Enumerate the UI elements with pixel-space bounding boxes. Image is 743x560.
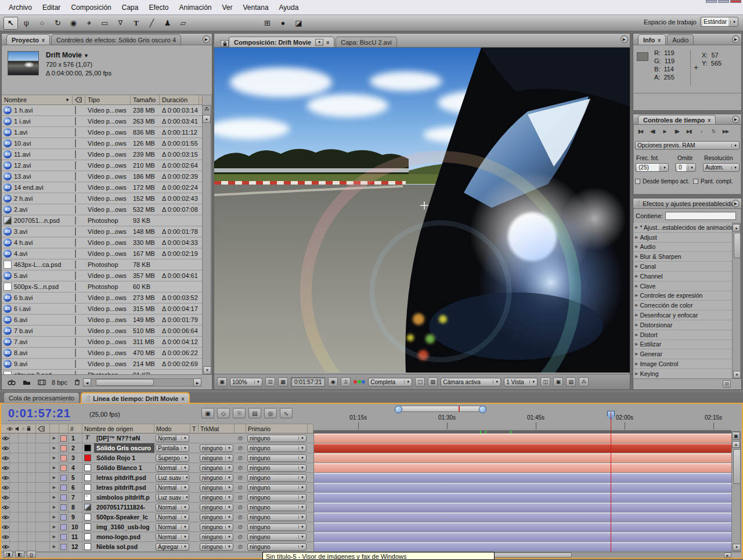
layer-name[interactable]: letras pitdrift.psd [94,473,154,482]
preview-options-select[interactable]: Opciones previs. RAM▼ [635,141,740,150]
tool-button[interactable] [35,17,49,30]
expander-icon[interactable]: ▶ [635,274,638,279]
label-swatch[interactable] [75,205,76,214]
preview-resolution-select[interactable]: Autom.▼ [703,163,740,172]
project-item-row[interactable]: 6.avi Vídeo p...ows 149 MB Δ 0:00:01:79 [2,315,203,326]
expander-icon[interactable]: ▶ [635,342,638,346]
project-item-row[interactable]: 10.avi Vídeo p...ows 126 MB Δ 0:00:01:55 [2,138,203,149]
flowchart-icon[interactable]: ⁂ [579,377,589,386]
parent-select[interactable]: ninguno▼ [247,514,306,521]
layer-visibility-toggle[interactable] [1,542,10,551]
parent-select[interactable]: ninguno▼ [247,445,306,452]
layer-visibility-toggle[interactable] [1,473,10,482]
magnification-select[interactable]: 100%▼ [230,378,262,386]
scroll-down-button[interactable]: ▼ [733,544,741,551]
footage-name[interactable]: 4 h.avi [14,239,33,246]
search-icon[interactable] [6,378,17,386]
panel-menu-button[interactable]: ▶ [732,200,740,207]
tab-cola-de-procesamiento[interactable]: Cola de procesamiento [3,392,80,403]
blend-mode-select[interactable]: Normal▼ [156,523,189,531]
project-item-row[interactable]: 11.avi Vídeo p...ows 239 MB Δ 0:00:03:15 [2,149,203,160]
column-source-name[interactable]: Nombre de origen [82,424,154,433]
scroll-down-button[interactable]: ▼ [733,371,741,378]
footage-name[interactable]: 14 end.avi [14,184,44,191]
label-swatch[interactable] [75,272,76,280]
trkmat-select[interactable]: ninguno▼ [200,523,233,531]
bit-depth-button[interactable]: 8 bpc [52,379,67,386]
panel-grip[interactable] [86,396,90,402]
blend-mode-select[interactable]: Normal▼ [156,514,189,521]
footage-name[interactable]: 7 b.avi [14,327,33,334]
footage-name[interactable]: 3.avi [14,228,27,235]
trash-icon[interactable] [72,378,82,386]
timeline-pane-toggle[interactable]: ◨ [3,551,13,558]
expander-icon[interactable]: ▶ [635,235,638,240]
layer-solo-toggle[interactable] [19,522,27,532]
layer-label-swatch[interactable] [60,485,67,491]
layer-name[interactable]: Sólido Gris oscuro [94,443,154,453]
footage-name[interactable]: 10.avi [14,140,31,147]
axis-mode-button[interactable] [291,17,306,30]
layer-duration-bar[interactable] [313,493,731,502]
column-trkmat[interactable]: TrkMat [199,424,235,433]
layer-duration-bar[interactable] [313,522,731,532]
parent-pickwhip-icon[interactable]: @ [235,542,246,551]
column-duracion[interactable]: Duración [160,95,199,104]
parent-pickwhip-icon[interactable]: @ [235,522,246,532]
timeline-layer-row[interactable]: ▶ 12 Niebla sol.psd Agregar▼ ninguno▼ @ … [1,542,731,552]
layer-duration-bar[interactable] [313,503,731,512]
footage-name[interactable]: 1.avi [14,129,27,136]
layer-name[interactable]: simbolos pitdrift.p [94,493,154,502]
scrollbar-thumb[interactable] [734,233,741,258]
expander-icon[interactable]: ▶ [635,303,638,308]
layer-visibility-toggle[interactable] [1,493,10,502]
tool-button[interactable] [98,17,112,30]
layer-expander-icon[interactable]: ▶ [50,493,59,502]
parent-pickwhip-icon[interactable]: @ [235,433,246,443]
parent-pickwhip-icon[interactable]: @ [235,453,246,463]
always-preview-icon[interactable]: ▣ [217,377,227,386]
timeline-layer-row[interactable]: ▶ 5 letras pitdrift.psd Luz suav▼ ningun… [1,473,731,483]
layer-name[interactable]: Sólido Rojo 1 [94,453,154,463]
effects-category-row[interactable]: ▶Generar [633,349,733,359]
project-item-row[interactable]: 2007051...n.psd Photoshop 93 KB [2,215,203,226]
axis-mode-button[interactable] [260,17,275,30]
menu-item[interactable]: Editar [37,1,66,15]
blend-mode-select[interactable]: Normal▼ [156,504,189,511]
expander-icon[interactable]: ▶ [635,313,638,317]
layer-name[interactable]: Sólido Blanco 1 [94,463,154,472]
parent-select[interactable]: ninguno▼ [247,454,306,462]
trkmat-select[interactable]: ninguno▼ [200,533,233,541]
transport-button[interactable]: ▶ [659,127,670,136]
column-parent[interactable]: Primario [246,424,308,433]
maximize-button[interactable] [718,0,729,3]
blend-mode-select[interactable]: Normal▼ [156,435,189,442]
layer-name[interactable]: [DP]™ N??†øN [94,433,154,443]
viewer-menu-icon[interactable]: ▼ [315,39,323,46]
blend-mode-select[interactable]: Normal▼ [156,484,189,492]
expander-icon[interactable]: ▶ [635,254,638,259]
full-screen-checkbox[interactable]: Pant. compl. [693,178,733,185]
footage-name[interactable]: 6.avi [14,316,27,323]
tab-capa[interactable]: Capa: BiscU 2.avi [336,37,396,47]
layer-expander-icon[interactable]: ▶ [50,433,59,443]
effects-category-row[interactable]: ▶Distorsionar [633,320,733,330]
new-folder-icon[interactable] [21,378,32,386]
layer-lock-toggle[interactable] [27,512,36,522]
parent-select[interactable]: ninguno▼ [247,494,306,501]
column-tipo[interactable]: Tipo [85,95,131,104]
column-label[interactable] [73,95,85,104]
trkmat-select[interactable]: ninguno▼ [200,543,233,551]
scroll-left-button[interactable]: ◀ [83,378,91,386]
layer-lock-toggle[interactable] [27,453,36,463]
minimize-button[interactable] [706,0,717,3]
layer-lock-toggle[interactable] [27,542,36,551]
label-swatch[interactable] [75,117,76,125]
panel-grip[interactable] [215,41,219,47]
layer-expander-icon[interactable]: ▶ [50,463,59,472]
column-ruta[interactable]: Ru [199,95,203,104]
label-swatch[interactable] [75,216,76,225]
layer-solo-toggle[interactable] [19,433,27,443]
layer-visibility-toggle[interactable] [1,522,10,532]
scroll-up-button[interactable]: ▲ [733,224,740,232]
